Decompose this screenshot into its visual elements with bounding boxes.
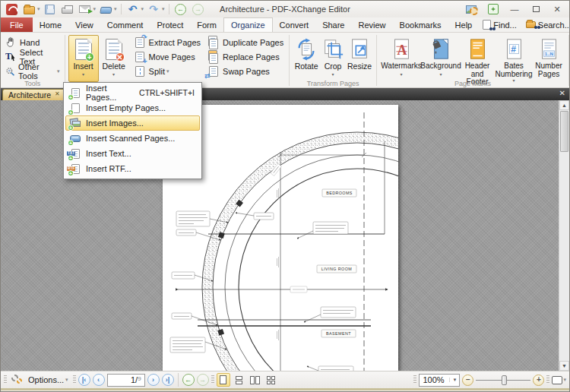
tab-file[interactable]: File <box>1 17 33 32</box>
close-document-button[interactable]: ✕ <box>559 89 565 97</box>
duplicate-pages-label: Duplicate Pages <box>223 38 283 47</box>
redo-button[interactable]: ↷ <box>146 2 161 16</box>
resize-button[interactable]: Resize <box>346 35 373 82</box>
grip-handle[interactable] <box>413 375 416 384</box>
email-dropdown[interactable]: ▾ <box>93 6 97 12</box>
zoom-in-button[interactable]: + <box>533 375 544 386</box>
scroll-down-button[interactable]: ▼ <box>559 361 569 371</box>
view-forward-button[interactable]: → <box>197 374 209 386</box>
resize-label: Resize <box>347 62 372 71</box>
menu-item-insert-text[interactable]: TXT+ Insert Text... <box>65 146 200 161</box>
tab-form[interactable]: Form <box>190 17 223 32</box>
layout-two-pages-continuous-button[interactable] <box>264 373 278 387</box>
two-pages-icon <box>250 376 255 384</box>
find-button[interactable]: Find... <box>479 17 521 32</box>
rotate-button[interactable]: Rotate <box>293 35 320 82</box>
grip-handle[interactable] <box>73 375 76 384</box>
last-page-button[interactable]: ›| <box>162 374 174 386</box>
minimize-button[interactable]: — <box>505 3 524 16</box>
split-button[interactable]: Split ▾ <box>131 64 203 78</box>
tab-organize[interactable]: Organize <box>223 17 273 32</box>
scroll-up-button[interactable]: ▲ <box>559 100 569 110</box>
number-pages-button[interactable]: 1..N Number Pages <box>532 35 565 82</box>
tab-comment[interactable]: Comment <box>100 17 150 32</box>
tab-review[interactable]: Review <box>351 17 392 32</box>
move-pages-button[interactable]: + Move Pages <box>131 49 203 64</box>
scan-button[interactable] <box>98 2 113 16</box>
undo-icon: ↶ <box>128 4 138 14</box>
fit-page-dropdown[interactable]: ▾ <box>563 377 566 383</box>
tab-bookmarks[interactable]: Bookmarks <box>393 17 448 32</box>
zoom-out-button[interactable]: − <box>462 375 473 386</box>
bates-numbering-button[interactable]: # Bates Numbering▾ <box>496 35 532 82</box>
background-label: Background <box>420 62 461 71</box>
open-dropdown[interactable]: ▾ <box>37 6 40 12</box>
vertical-scrollbar[interactable]: ▲ ▼ <box>559 100 569 371</box>
undo-dropdown[interactable]: ▾ <box>141 6 144 12</box>
other-tools-dropdown: ▾ <box>57 68 60 74</box>
grip-handle[interactable] <box>211 375 214 384</box>
menu-item-insert-rtf[interactable]: RTF+ Insert RTF... <box>65 161 200 176</box>
duplicate-pages-button[interactable]: Duplicate Pages <box>205 35 286 49</box>
crop-label: Crop <box>325 62 342 71</box>
number-pages-label: Number Pages <box>533 62 565 78</box>
undo-button[interactable]: ↶ <box>125 2 141 16</box>
menu-item-insert-empty-pages[interactable]: + Insert Empty Pages... <box>65 100 200 115</box>
other-tools-button[interactable]: Other Tools ▾ <box>4 64 62 78</box>
tab-view[interactable]: View <box>68 17 100 32</box>
view-settings-button[interactable]: ▾ <box>463 3 481 16</box>
scrollbar-thumb[interactable] <box>560 111 568 152</box>
header-footer-button[interactable]: Header and Footer▾ <box>459 35 496 82</box>
delete-button[interactable]: ✕ Delete ▾ <box>99 35 129 82</box>
maximize-button[interactable] <box>527 3 545 16</box>
tab-convert[interactable]: Convert <box>273 17 316 32</box>
fit-page-icon[interactable] <box>552 376 562 384</box>
tab-share[interactable]: Share <box>315 17 351 32</box>
open-button[interactable] <box>21 2 36 16</box>
save-button[interactable] <box>43 2 58 16</box>
zoom-slider-handle[interactable] <box>502 375 507 385</box>
tab-close-icon[interactable]: ✕ <box>55 90 60 97</box>
first-page-button[interactable]: |‹ <box>78 374 90 386</box>
close-button[interactable]: ✕ <box>548 3 566 16</box>
replace-pages-button[interactable]: Replace Pages <box>205 49 286 64</box>
menu-item-insert-scanned-pages[interactable]: + Insert Scanned Pages... <box>65 131 200 146</box>
next-page-button[interactable]: › <box>147 374 160 386</box>
options-button[interactable]: Options... ▾ <box>9 373 71 387</box>
background-button[interactable]: Background ▾ <box>423 35 459 82</box>
document-tab-architecture[interactable]: Architecture ✕ <box>2 89 66 100</box>
print-button[interactable] <box>60 2 75 16</box>
split-label: Split <box>149 67 165 76</box>
tab-help[interactable]: Help <box>448 17 480 32</box>
page-number-field[interactable]: 1/9 <box>107 374 145 387</box>
extract-pages-button[interactable]: ↷ Extract Pages <box>131 35 203 49</box>
history-back-button[interactable]: ← <box>173 2 188 16</box>
menu-item-insert-images[interactable]: + Insert Images... <box>65 115 200 131</box>
email-button[interactable] <box>78 2 93 16</box>
app-menu-button[interactable] <box>4 2 19 16</box>
menu-item-insert-pages[interactable]: + Insert Pages... CTRL+SHIFT+I <box>65 85 200 100</box>
layout-two-pages-button[interactable] <box>249 373 262 387</box>
zoom-level-combobox[interactable]: 100% ▼ <box>419 374 460 387</box>
layout-continuous-button[interactable] <box>233 373 246 387</box>
tab-protect[interactable]: Protect <box>150 17 190 32</box>
grip-handle[interactable] <box>4 375 7 384</box>
layout-single-page-button[interactable] <box>217 373 230 387</box>
zoom-dropdown-icon[interactable]: ▼ <box>449 378 459 382</box>
swap-pages-button[interactable]: ⇄ Swap Pages <box>205 64 286 78</box>
scan-dropdown[interactable]: ▾ <box>114 6 117 12</box>
history-forward-button[interactable]: → <box>191 2 206 16</box>
insert-button[interactable]: + Insert ▾ <box>68 35 99 82</box>
crop-button[interactable]: Crop ▾ <box>320 35 346 82</box>
previous-page-button[interactable]: ‹ <box>93 374 105 386</box>
redo-dropdown[interactable]: ▾ <box>162 6 165 12</box>
grip-handle[interactable] <box>546 375 549 384</box>
bates-numbering-label: Bates Numbering <box>496 62 533 78</box>
search-button[interactable]: Search... <box>522 17 570 32</box>
zoom-slider[interactable] <box>476 374 530 386</box>
watermarks-button[interactable]: A Watermarks ▾ <box>380 35 423 82</box>
fullscreen-button[interactable] <box>484 3 502 16</box>
tab-home[interactable]: Home <box>33 17 68 32</box>
view-back-button[interactable]: ← <box>182 374 195 386</box>
insert-text-icon: TXT+ <box>69 148 81 160</box>
